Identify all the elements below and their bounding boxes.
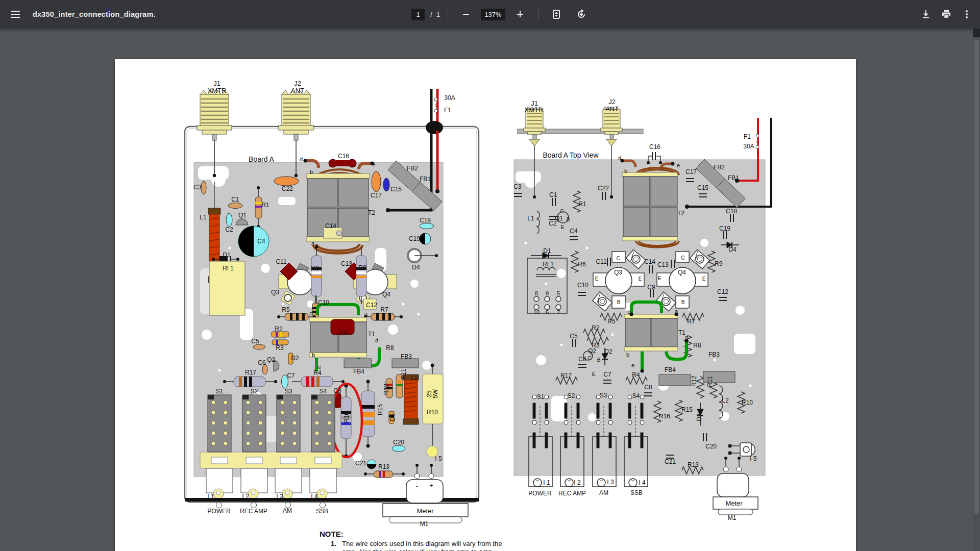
document-title: dx350_inter_connection_diagram.: [33, 10, 156, 18]
fb4-top: [659, 374, 691, 386]
c17-part: [372, 171, 381, 192]
pdf-viewer-canvas: J1XMTRJ2ANT30AF1Board AdbeC16C22C3C1Q1C2…: [0, 29, 980, 551]
note-block: NOTE: 1.The wire colors used in this dia…: [320, 530, 544, 551]
fb4-part: [344, 359, 372, 368]
toolbar-divider: [538, 9, 538, 20]
switch-s1: [206, 395, 233, 508]
c19-part: [420, 233, 431, 244]
rotate-button[interactable]: [571, 4, 592, 24]
fit-page-icon: [551, 9, 561, 19]
fit-page-button[interactable]: [546, 4, 567, 24]
note-heading: NOTE:: [320, 530, 544, 538]
c22-part: [274, 177, 299, 186]
note-list: 1.The wire colors used in this diagram w…: [320, 540, 544, 551]
l2-part: [403, 374, 419, 424]
fb3-top: [703, 371, 735, 383]
zoom-level[interactable]: 137%: [481, 9, 505, 20]
c21-part: [367, 460, 376, 469]
diagram-graphics: [0, 29, 980, 551]
c4-part: [238, 226, 269, 257]
print-icon: [941, 9, 951, 19]
scroll-up-icon[interactable]: [973, 29, 980, 37]
menu-icon: [10, 9, 20, 19]
c15-part: [383, 178, 389, 191]
more-vertical-icon: [962, 9, 972, 19]
c9-part: [331, 319, 354, 335]
pdf-viewer-toolbar: dx350_inter_connection_diagram. 1 / 1 13…: [0, 0, 980, 29]
toolbar-divider: [448, 9, 448, 20]
zoom-in-button[interactable]: [510, 4, 530, 24]
scrollbar-thumb[interactable]: [974, 40, 979, 514]
vertical-scrollbar[interactable]: [973, 29, 980, 551]
note-item-number: 1.: [331, 540, 342, 551]
c16-part: [329, 159, 356, 167]
fb3-part: [392, 359, 419, 368]
c1-part: [228, 203, 242, 209]
switch-s4: [310, 395, 336, 508]
c20-part: [392, 445, 405, 452]
download-button[interactable]: [916, 4, 936, 24]
rotate-icon: [576, 9, 586, 19]
c12-part: [363, 299, 377, 309]
page-divider: /: [430, 11, 432, 18]
page-number-input[interactable]: 1: [411, 9, 425, 20]
zoom-out-button[interactable]: [456, 4, 476, 24]
c3-part: [201, 181, 206, 194]
more-options-button[interactable]: [957, 4, 977, 24]
note-item-text: The wire colors used in this diagram wil…: [342, 540, 502, 551]
switch-s2: [241, 395, 267, 508]
c18-part: [420, 223, 434, 229]
print-button[interactable]: [936, 4, 957, 24]
switch-s3: [275, 395, 302, 508]
right-board: [514, 107, 771, 515]
menu-button[interactable]: [5, 4, 26, 24]
i5-lamp: [427, 446, 438, 457]
c2-part: [226, 213, 232, 227]
zoom-out-icon: [461, 9, 471, 19]
download-icon: [921, 9, 931, 19]
zoom-in-icon: [515, 9, 525, 19]
page-count: / 1: [430, 11, 440, 18]
page-total: 1: [436, 11, 440, 18]
note-item: 1.The wire colors used in this diagram w…: [331, 540, 544, 551]
fuse-f1: [434, 109, 437, 112]
relay-rl1-part: [209, 261, 245, 315]
left-board: [185, 89, 479, 523]
